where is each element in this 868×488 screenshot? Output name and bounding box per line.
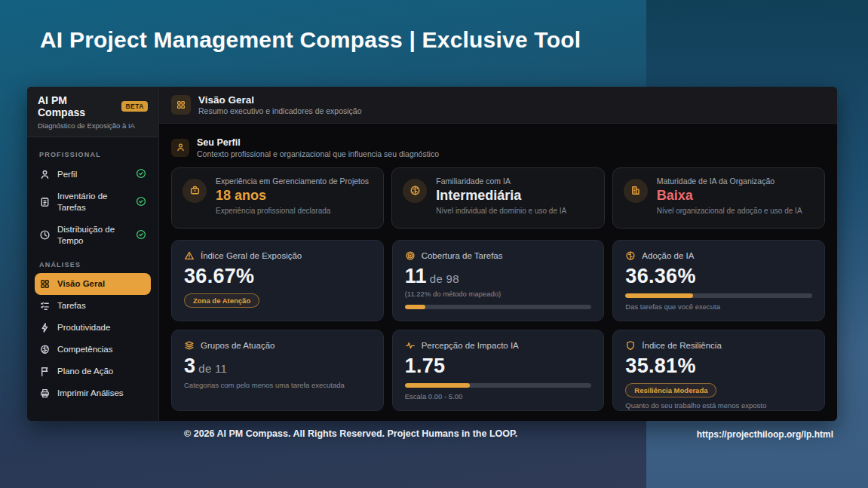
metric-cards-row1: Índice Geral de Exposição 36.67% Zona de… (171, 240, 825, 321)
footer-copyright: © 2026 AI PM Compass. All Rights Reserve… (184, 428, 517, 439)
card-maturidade: Maturidade de IA da Organização Baixa Ní… (612, 167, 825, 229)
card-percepcao-impacto: Percepção de Impacto IA 1.75 Escala 0.00… (392, 330, 605, 411)
resilience-badge: Resiliência Moderada (625, 383, 716, 397)
main-header: Visão Geral Resumo executivo e indicador… (159, 87, 837, 124)
profile-subtitle: Contexto profissional e organizacional q… (197, 149, 439, 158)
sidebar-item-plano-de-acao[interactable]: Plano de Ação (35, 361, 151, 382)
sidebar-item-visao-geral[interactable]: Visão Geral (35, 273, 151, 295)
shield-icon (625, 340, 636, 351)
resilience-value: 35.81% (625, 356, 812, 376)
brain-icon (625, 250, 636, 261)
beta-badge: BETA (121, 101, 148, 112)
sidebar-item-imprimir-analises[interactable]: Imprimir Análises (35, 382, 151, 404)
card-familiaridade: Familiaridade com IA Intermediária Nível… (391, 167, 604, 229)
status-badge: Zona de Atenção (184, 293, 259, 308)
coverage-value: 11de 98 (405, 266, 592, 287)
warning-triangle-icon (184, 250, 195, 261)
adoption-value: 36.36% (625, 266, 812, 287)
card-cobertura-tarefas: Cobertura de Tarefas 11de 98 (11.22% do … (392, 240, 605, 321)
card-adocao-ia: Adoção de IA 36.36% Das tarefas que você… (612, 240, 825, 321)
sidebar-item-distribuicao-de-tempo[interactable]: Distribuição de Tempo (35, 219, 151, 252)
sidebar-item-competencias[interactable]: Competências (35, 339, 151, 361)
metric-cards-row2: Grupos de Atuação 3de 11 Categorias com … (171, 330, 825, 411)
adoption-progressbar (625, 293, 812, 298)
footer-url[interactable]: https://projecthiloop.org/lp.html (697, 429, 833, 440)
flag-icon (39, 366, 51, 377)
sidebar-header: AI PM Compass BETA Diagnóstico de Exposi… (27, 87, 158, 137)
main-subtitle: Resumo executivo e indicadores de exposi… (198, 106, 362, 115)
groups-value: 3de 11 (184, 356, 371, 376)
card-indice-exposicao: Índice Geral de Exposição 36.67% Zona de… (171, 240, 384, 321)
clock-icon (39, 229, 51, 241)
briefcase-icon (182, 179, 207, 203)
brain-circuit-icon (39, 344, 51, 355)
impact-value: 1.75 (405, 356, 592, 376)
app-window: AI PM Compass BETA Diagnóstico de Exposi… (27, 87, 837, 421)
target-icon (405, 250, 416, 261)
clipboard-icon (39, 196, 51, 207)
person-icon (39, 169, 51, 180)
building-icon (624, 179, 648, 203)
profile-cards: Experiência em Gerenciamento de Projetos… (171, 167, 825, 229)
app-subtitle: Diagnóstico de Exposição à IA (38, 121, 148, 130)
main-panel: Visão Geral Resumo executivo e indicador… (159, 87, 837, 421)
layers-icon (184, 340, 195, 351)
card-grupos-atuacao: Grupos de Atuação 3de 11 Categorias com … (171, 330, 384, 411)
printer-icon (39, 388, 51, 399)
checklist-icon (39, 300, 51, 312)
activity-icon (405, 340, 416, 351)
card-indice-resiliencia: Índice de Resiliência 35.81% Resiliência… (612, 330, 825, 411)
page-title: AI Project Management Compass | Exclusiv… (40, 27, 581, 53)
main-content: Seu Perfil Contexto profissional e organ… (159, 124, 837, 421)
profile-title: Seu Perfil (197, 137, 439, 149)
impact-progressbar (405, 383, 592, 388)
check-circle-icon (136, 229, 146, 241)
experience-value: 18 anos (216, 188, 369, 204)
familiarity-value: Intermediária (436, 188, 566, 204)
sidebar-item-produtividade[interactable]: Produtividade (35, 317, 151, 339)
sidebar-item-perfil[interactable]: Perfil (35, 163, 151, 186)
zap-icon (39, 322, 51, 333)
maturity-value: Baixa (657, 188, 802, 204)
profile-section-header: Seu Perfil Contexto profissional e organ… (171, 137, 825, 158)
sidebar: AI PM Compass BETA Diagnóstico de Exposi… (27, 87, 159, 421)
sidebar-item-inventario-de-tarefas[interactable]: Inventário de Tarefas (35, 186, 151, 219)
app-name: AI PM Compass (38, 94, 116, 118)
exposure-value: 36.67% (184, 266, 371, 287)
main-title: Visão Geral (198, 94, 362, 107)
section-label-profissional: PROFISSIONAL (39, 151, 146, 158)
check-circle-icon (136, 196, 146, 208)
sidebar-item-tarefas[interactable]: Tarefas (35, 295, 151, 317)
section-label-analises: ANÁLISES (39, 261, 146, 269)
check-circle-icon (136, 168, 146, 180)
grid-icon (39, 278, 51, 290)
brain-icon (403, 179, 427, 203)
coverage-progressbar (405, 305, 592, 309)
card-experiencia: Experiência em Gerenciamento de Projetos… (171, 167, 384, 229)
person-icon (171, 139, 189, 157)
grid-icon (171, 95, 191, 115)
